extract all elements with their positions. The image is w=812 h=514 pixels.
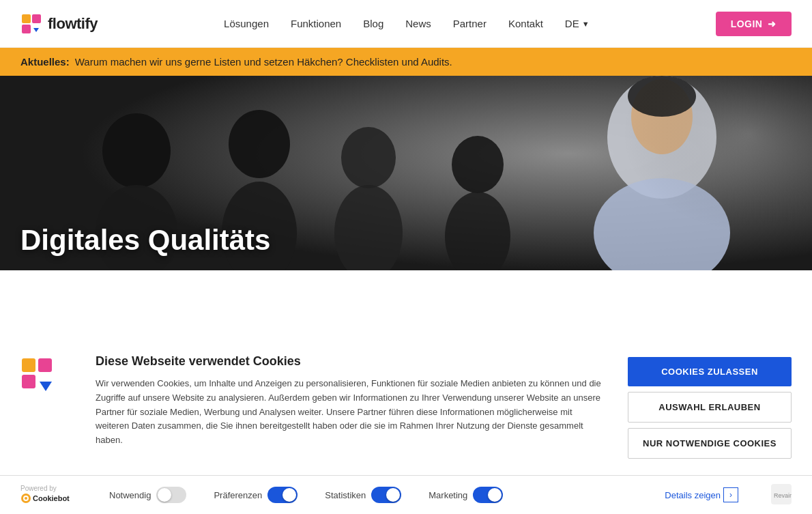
- svg-marker-3: [33, 28, 39, 32]
- svg-point-10: [102, 113, 171, 188]
- nav-partner[interactable]: Partner: [453, 18, 487, 29]
- hero-overlay: Digitales Qualitäts: [0, 210, 812, 270]
- language-selector[interactable]: DE ▼: [565, 18, 590, 29]
- nav-funktionen[interactable]: Funktionen: [291, 18, 341, 29]
- nav-kontakt[interactable]: Kontakt: [508, 18, 543, 29]
- hero-image: Digitales Qualitäts: [0, 76, 812, 270]
- nav-loesungen[interactable]: Lösungen: [224, 18, 269, 29]
- nav-news[interactable]: News: [405, 18, 431, 29]
- ticker-bar: Aktuelles: Warum machen wir uns gerne Li…: [0, 48, 812, 76]
- logo-icon: [20, 13, 42, 35]
- ticker-text: Warum machen wir uns gerne Listen und se…: [75, 56, 452, 68]
- hero-title: Digitales Qualitäts: [20, 224, 792, 257]
- svg-rect-0: [22, 14, 31, 23]
- svg-point-16: [452, 136, 504, 193]
- nav-links: Lösungen Funktionen Blog News Partner Ko…: [224, 18, 589, 30]
- logo[interactable]: flowtify: [20, 13, 98, 35]
- ticker-label: Aktuelles:: [20, 56, 70, 68]
- svg-point-14: [341, 127, 396, 188]
- nav-blog[interactable]: Blog: [363, 18, 383, 29]
- navbar: flowtify Lösungen Funktionen Blog News P…: [0, 0, 812, 48]
- svg-rect-1: [32, 14, 41, 23]
- brand-name: flowtify: [48, 15, 98, 33]
- svg-point-12: [229, 110, 290, 178]
- arrow-right-icon: ➜: [768, 18, 777, 29]
- chevron-down-icon: ▼: [582, 20, 590, 28]
- svg-rect-2: [22, 25, 31, 33]
- login-button[interactable]: LOGIN ➜: [716, 12, 792, 36]
